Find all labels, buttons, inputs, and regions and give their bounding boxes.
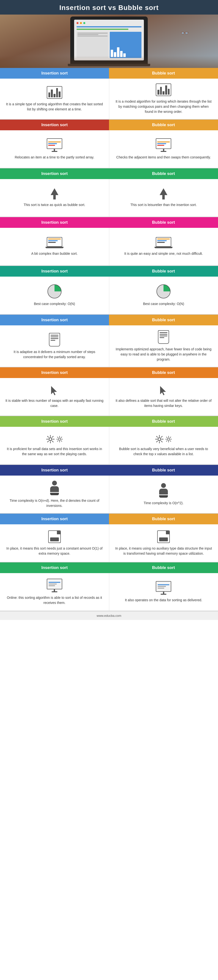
section-4-right-header: Bubble sort [109,217,218,228]
settings-icon [46,435,63,444]
section-2-left-header: Insertion sort [0,119,109,130]
section-9-right-text: Time complexity is O(n^2). [144,501,183,506]
section-11-left-text: Online: this sorting algorithm is able t… [5,595,104,605]
section-8-right-content: Bubble sort is actually very beneficial … [109,427,218,465]
section-1-right-text: It is a modest algorithm for sorting whi… [115,99,213,114]
section-6-left-text: It is adaptive as it delivers a minimum … [5,349,104,360]
section-2-content: Relocates an item at a time to the partl… [0,130,218,168]
section-9-content: Time complexity is O(n+d). Here, the d d… [0,476,218,513]
arrow-up-icon [160,188,167,199]
section-4: Insertion sort Bubble sort A bit complex… [0,217,218,266]
section-8-right-header: Bubble sort [109,416,218,427]
section-6-right-header: Bubble sort [109,315,218,325]
section-2-right-content: Checks the adjacent items and then swaps… [109,130,218,168]
section-9-left-text: Time complexity is O(n+d). Here, the d d… [5,498,104,508]
sections-container: Insertion sort Bubble sort It is a simpl… [0,68,218,611]
section-4-header: Insertion sort Bubble sort [0,217,218,228]
page-title-bar: Insertion sort vs Bubble sort [0,0,218,14]
section-2-left-text: Relocates an item at a time to the partl… [15,155,94,160]
settings-icon [155,435,172,444]
section-7-right-text: It also defines a stable sort that will … [115,398,213,408]
section-10-header: Insertion sort Bubble sort [0,514,218,524]
section-2: Insertion sort Bubble sort Reloca [0,119,218,169]
section-5-right-header: Bubble sort [109,266,218,277]
section-11-left-content: Online: this sorting algorithm is able t… [0,573,109,611]
monitor-icon [156,138,171,152]
section-8-left-header: Insertion sort [0,416,109,427]
section-4-left-header: Insertion sort [0,217,109,228]
section-10-right-text: In place, it means using no auxiliary ty… [115,546,213,556]
section-3: Insertion sort Bubble sort This sort is … [0,169,218,217]
section-6-content: It is adaptive as it delivers a minimum … [0,325,218,367]
section-7: Insertion sort Bubble sort It is stable … [0,368,218,416]
section-1-content: It is a simple type of sorting algorithm… [0,79,218,119]
section-1-header: Insertion sort Bubble sort [0,68,218,79]
section-10-left-header: Insertion sort [0,514,109,524]
section-10: Insertion sort Bubble sort In place, it … [0,514,218,562]
cursor-icon [50,385,59,395]
person-icon [159,483,168,498]
section-6-left-content: It is adaptive as it delivers a minimum … [0,325,109,367]
section-7-right-content: It also defines a stable sort that will … [109,378,218,416]
section-1-left-text: It is a simple type of sorting algorithm… [5,102,104,112]
floppy-icon [157,530,170,543]
section-9-right-content: Time complexity is O(n^2). [109,476,218,513]
section-3-right-content: This sort is leisurelier than the insert… [109,179,218,217]
cursor-icon [159,385,168,395]
section-8-header: Insertion sort Bubble sort [0,416,218,427]
svg-marker-0 [51,386,57,395]
section-7-content: It is stable with less number of swaps w… [0,378,218,416]
section-5-left-text: Best case complexity: O(N) [34,301,75,307]
section-11-right-content: It also operates on the data for sorting… [109,573,218,611]
glasses-decoration: 👓 [180,29,189,37]
section-10-right-header: Bubble sort [109,514,218,524]
section-1-right-header: Bubble sort [109,68,218,79]
svg-point-3 [58,438,60,440]
section-4-left-content: A bit complex than bubble sort. [0,228,109,266]
monitor2-icon [156,581,171,595]
section-1-left-header: Insertion sort [0,68,109,79]
section-1-right-content: It is a modest algorithm for sorting whi… [109,79,218,119]
section-11-right-header: Bubble sort [109,562,218,573]
section-6-right-content: Implements optimized approach, have fewe… [109,325,218,367]
section-11-right-text: It also operates on the data for sorting… [125,598,202,603]
sd-card-icon [49,333,60,347]
section-11: Insertion sort Bubble sort Online [0,562,218,611]
section-9-header: Insertion sort Bubble sort [0,465,218,476]
footer: www.educba.com [0,611,218,620]
laptop-icon [155,237,172,248]
section-7-header: Insertion sort Bubble sort [0,368,218,378]
section-4-content: A bit complex than bubble sort. It is qu… [0,228,218,266]
svg-point-2 [49,438,52,441]
section-2-left-content: Relocates an item at a time to the partl… [0,130,109,168]
section-2-header: Insertion sort Bubble sort [0,119,218,130]
section-9-right-header: Bubble sort [109,465,218,476]
section-7-left-content: It is stable with less number of swaps w… [0,378,109,416]
section-3-left-text: This sort is twice as quick as bubble so… [24,202,85,207]
section-11-header: Insertion sort Bubble sort [0,562,218,573]
footer-text: www.educba.com [96,614,122,617]
section-3-left-content: This sort is twice as quick as bubble so… [0,179,109,217]
section-6-right-text: Implements optimized approach, have fewe… [115,347,213,362]
section-10-left-content: In place, it means this sort needs just … [0,524,109,562]
svg-point-4 [158,438,161,441]
sd-card-icon [158,330,169,344]
section-10-content: In place, it means this sort needs just … [0,524,218,562]
laptop-icon [46,237,63,248]
section-10-right-content: In place, it means using no auxiliary ty… [109,524,218,562]
section-7-right-header: Bubble sort [109,368,218,378]
section-7-left-text: It is stable with less number of swaps w… [5,398,104,408]
section-2-right-text: Checks the adjacent items and then swaps… [116,155,211,160]
section-7-left-header: Insertion sort [0,368,109,378]
svg-marker-1 [160,386,166,395]
section-8-left-content: It is proficient for small data sets and… [0,427,109,465]
section-4-right-content: It is quite an easy and simple one, not … [109,228,218,266]
section-8-left-text: It is proficient for small data sets and… [5,447,104,457]
person-icon [50,480,59,495]
section-11-left-header: Insertion sort [0,562,109,573]
section-3-left-header: Insertion sort [0,169,109,179]
monitor2-icon [47,579,62,592]
section-9: Insertion sort Bubble sort Time complexi… [0,465,218,514]
pie-chart-icon [156,284,171,298]
section-5-right-content: Best case complexity: O(N) [109,277,218,314]
